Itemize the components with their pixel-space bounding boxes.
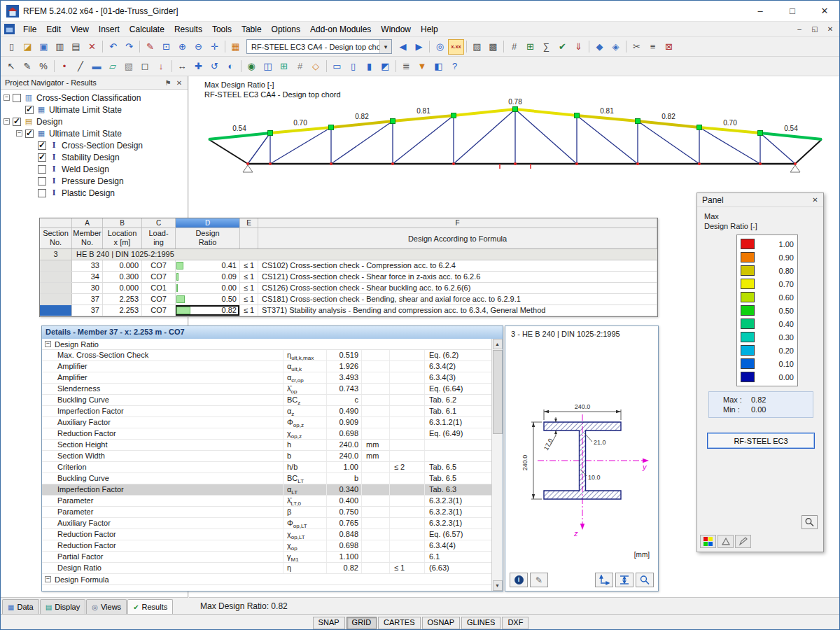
toggle-grid[interactable]: GRID — [346, 617, 377, 629]
check-icon[interactable]: ✔ — [554, 39, 570, 55]
scroll-up-icon[interactable]: ▲ — [493, 339, 503, 349]
col-letter-d[interactable]: D — [176, 218, 240, 227]
header-section[interactable]: SectionNo. — [40, 228, 72, 248]
close-icon[interactable]: ✕ — [809, 195, 821, 206]
zoom-in-icon[interactable]: ⊕ — [174, 39, 190, 55]
details-row[interactable]: Section Width b 240.0 mm — [42, 451, 491, 462]
mdi-close-button[interactable]: ✕ — [822, 23, 838, 36]
menu-options[interactable]: Options — [267, 22, 305, 36]
checkbox[interactable] — [38, 189, 46, 197]
view-xz-icon[interactable]: ▮ — [361, 59, 377, 74]
axes-button[interactable] — [595, 573, 613, 587]
col-letter-f[interactable]: F — [258, 218, 657, 227]
details-row[interactable]: Reduction Factor χop,z 0.698 Eq. (6.49) — [42, 428, 491, 440]
new-icon[interactable]: ▯ — [4, 39, 20, 55]
details-row[interactable]: Design Ratio η 0.82 ≤ 1 (6.63) — [42, 563, 491, 574]
filter-icon[interactable]: ▼ — [414, 59, 430, 74]
partial-view-icon[interactable]: ◧ — [430, 59, 447, 74]
module-table-icon[interactable]: ▦ — [227, 39, 244, 55]
section-icon[interactable]: ◈ — [608, 39, 624, 55]
table-row[interactable]: 37 2.253 CO7 0.82 ≤ 1 ST371) Stability a… — [40, 305, 657, 316]
menu-results[interactable]: Results — [169, 22, 207, 36]
col-letter-a[interactable]: A — [72, 218, 103, 227]
toggle-glines[interactable]: GLINES — [461, 617, 500, 629]
details-row[interactable]: Reduction Factor χop 0.698 6.3.4(4) — [42, 540, 491, 552]
menu-view[interactable]: View — [66, 22, 94, 36]
collapse-icon[interactable] — [45, 576, 51, 582]
redo-icon[interactable]: ↷ — [121, 39, 137, 55]
panel-zoom-button[interactable] — [802, 515, 818, 529]
menu-table[interactable]: Table — [237, 22, 267, 36]
table-row[interactable]: 33 0.000 CO7 0.41 ≤ 1 CS102) Cross-secti… — [40, 260, 657, 272]
nav-cross-section-classification[interactable]: ▥ Cross-Section Classification — [1, 92, 188, 104]
undo-icon[interactable]: ↶ — [105, 39, 121, 55]
details-row[interactable]: Imperfection Factor αz 0.490 Tab. 6.1 — [42, 406, 491, 417]
checkbox[interactable] — [38, 153, 46, 162]
scroll-down-icon[interactable]: ▼ — [493, 580, 503, 591]
grid-settings-icon[interactable]: # — [292, 59, 308, 74]
scrollbar-thumb[interactable] — [493, 350, 503, 434]
view-xy-icon[interactable]: ▭ — [329, 59, 345, 74]
header-loading[interactable]: Load-ing — [142, 228, 176, 248]
table-row[interactable]: 30 0.000 CO1 0.00 ≤ 1 CS126) Cross-secti… — [40, 283, 657, 294]
header-member[interactable]: MemberNo. — [72, 228, 103, 248]
result-values-icon[interactable]: x.xx — [448, 39, 464, 55]
details-row[interactable]: Buckling Curve BCLT b Tab. 6.5 — [42, 473, 491, 484]
menu-calculate[interactable]: Calculate — [125, 22, 169, 36]
member-icon[interactable]: ▬ — [89, 59, 105, 74]
design-ratio-cell[interactable]: 0.41 — [176, 260, 240, 271]
menu-tools[interactable]: Tools — [207, 22, 237, 36]
module-button[interactable]: RF-STEEL EC3 — [707, 433, 815, 449]
zoom-out-icon[interactable]: ⊖ — [190, 39, 206, 55]
node-icon[interactable]: • — [57, 59, 73, 74]
move-icon[interactable]: ✚ — [190, 59, 206, 74]
display-factors-tab[interactable] — [718, 535, 734, 548]
checkbox[interactable] — [13, 118, 21, 126]
filter-tab[interactable] — [735, 535, 751, 548]
cut-icon[interactable]: ✂ — [629, 39, 645, 55]
opening-icon[interactable]: ◻ — [137, 59, 153, 74]
menu-addon-modules[interactable]: Add-on Modules — [305, 22, 376, 36]
details-scrollbar[interactable]: ▲ ▼ — [491, 339, 503, 591]
nav-weld-design[interactable]: I Weld Design — [1, 163, 188, 175]
col-letter-c[interactable]: C — [142, 218, 176, 227]
delete-icon[interactable]: ✕ — [84, 39, 100, 55]
col-letter-e[interactable]: E — [240, 218, 258, 227]
details-row[interactable]: Parameter λ̄LT,0 0.400 6.3.2.3(1) — [42, 496, 491, 507]
expander-icon[interactable] — [4, 94, 10, 101]
design-ratio-cell[interactable]: 0.50 — [176, 294, 240, 304]
visibility-icon[interactable]: ◉ — [244, 59, 260, 74]
edit-mode-icon[interactable]: ✎ — [20, 59, 36, 74]
tab-data[interactable]: ▦ Data — [2, 599, 39, 614]
nav-plastic-design[interactable]: I Plastic Design — [1, 187, 188, 199]
line-icon[interactable]: ╱ — [73, 59, 89, 74]
header-location[interactable]: Locationx [m] — [103, 228, 142, 248]
work-plane-icon[interactable]: ⊞ — [276, 59, 292, 74]
nav-cross-section-design[interactable]: I Cross-Section Design — [1, 139, 188, 151]
menu-file[interactable]: File — [18, 22, 41, 36]
mdi-restore-button[interactable]: ◱ — [807, 23, 822, 36]
close-module-icon[interactable]: ⊠ — [661, 39, 677, 55]
snap-icon[interactable]: ◇ — [308, 59, 324, 74]
details-row[interactable]: Section Height h 240.0 mm — [42, 440, 491, 451]
details-row[interactable]: Buckling Curve BCz c Tab. 6.2 — [42, 395, 491, 406]
header-criterion[interactable] — [240, 228, 258, 248]
toggle-osnap[interactable]: OSNAP — [422, 617, 461, 629]
close-icon[interactable]: ✕ — [174, 78, 185, 88]
details-row[interactable]: Amplifier αult,k 1.926 6.3.4(2) — [42, 361, 491, 372]
menu-help[interactable]: Help — [416, 22, 443, 36]
nav-stability-design[interactable]: I Stability Design — [1, 151, 188, 163]
zoom-section-button[interactable] — [636, 573, 654, 587]
percent-icon[interactable]: % — [36, 59, 52, 74]
section-group-row[interactable]: 3 HE B 240 | DIN 1025-2:1995 — [40, 249, 657, 260]
library-icon[interactable]: ◆ — [592, 39, 608, 55]
mdi-minimize-button[interactable]: – — [792, 23, 807, 36]
nav-uls-classification[interactable]: ▦ Ultimate Limit State — [1, 104, 188, 115]
dimension-icon[interactable]: ↔ — [174, 59, 190, 74]
print-icon[interactable]: ▥ — [52, 39, 68, 55]
header-design-ratio[interactable]: DesignRatio — [176, 228, 240, 248]
details-row[interactable]: Max. Cross-Section Check ηult,k,max 0.51… — [42, 350, 491, 361]
expander-icon[interactable] — [16, 130, 22, 136]
clipping-icon[interactable]: ◫ — [260, 59, 276, 74]
select-icon[interactable]: ↖ — [4, 59, 20, 74]
